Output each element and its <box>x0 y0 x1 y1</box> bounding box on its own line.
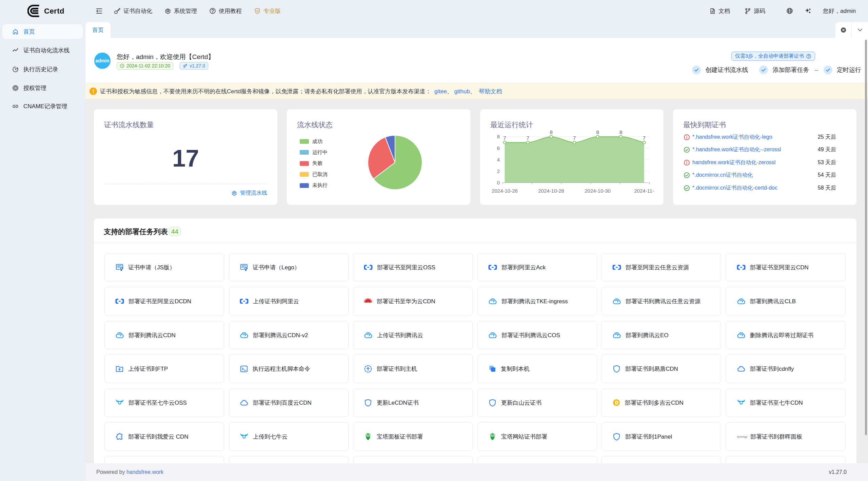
svg-text:4: 4 <box>497 157 500 162</box>
svg-text:8: 8 <box>497 134 500 139</box>
svg-text:8: 8 <box>619 129 622 135</box>
svg-text:2024-10-28: 2024-10-28 <box>538 188 564 194</box>
svg-text:2024-10-30: 2024-10-30 <box>585 188 611 194</box>
svg-text:2024-10-26: 2024-10-26 <box>492 188 518 194</box>
svg-text:7: 7 <box>573 135 576 141</box>
svg-text:7: 7 <box>643 135 646 141</box>
svg-text:8: 8 <box>550 129 552 135</box>
svg-text:0: 0 <box>497 180 500 186</box>
svg-text:7: 7 <box>527 135 529 141</box>
svg-text:7: 7 <box>503 135 506 141</box>
svg-text:6: 6 <box>497 145 500 151</box>
svg-text:8: 8 <box>596 129 599 135</box>
svg-text:2024-11-: 2024-11- <box>634 188 654 194</box>
svg-text:2: 2 <box>497 168 500 174</box>
